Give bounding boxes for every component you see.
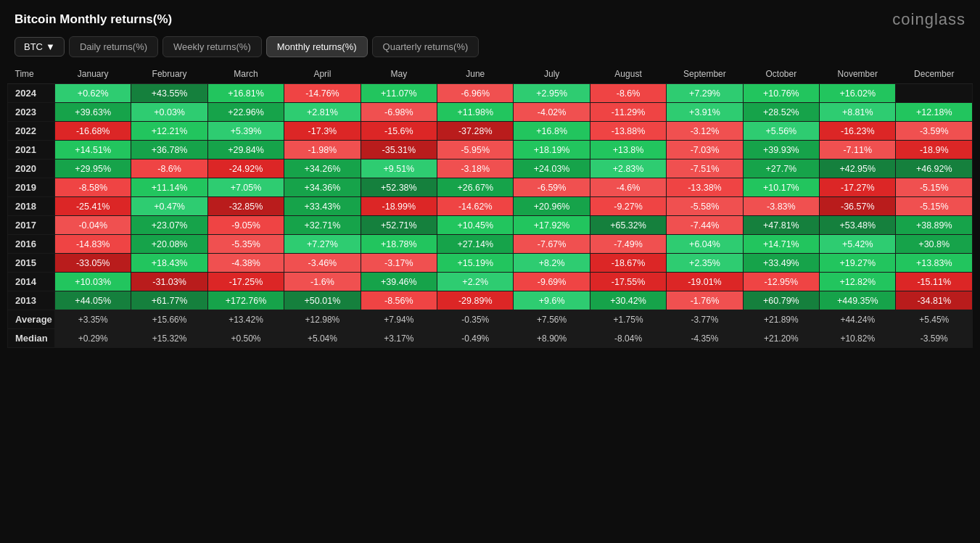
value-cell: -1.76% <box>667 291 743 310</box>
value-cell: +29.95% <box>55 159 131 178</box>
average-value: +15.66% <box>131 310 207 329</box>
median-value: -8.04% <box>590 329 666 348</box>
value-cell: -6.59% <box>514 178 590 197</box>
page-header: Bitcoin Monthly returns(%) coinglass <box>0 0 980 36</box>
table-row: 2024+0.62%+43.55%+16.81%-14.76%+11.07%-6… <box>8 84 973 103</box>
average-value: +12.98% <box>284 310 361 329</box>
year-cell: 2023 <box>8 103 55 122</box>
table-row: 2020+29.95%-8.6%-24.92%+34.26%+9.51%-3.1… <box>8 159 973 178</box>
brand-logo: coinglass <box>892 10 965 29</box>
tab-quarterly[interactable]: Quarterly returns(%) <box>372 36 479 57</box>
value-cell: +0.62% <box>55 84 131 103</box>
value-cell: -16.68% <box>55 122 131 141</box>
value-cell: +18.19% <box>514 141 590 159</box>
value-cell: -7.11% <box>820 141 896 159</box>
value-cell: -18.99% <box>361 197 437 216</box>
year-cell: 2018 <box>8 197 55 216</box>
value-cell: -15.6% <box>361 122 437 141</box>
value-cell: +9.6% <box>514 291 590 310</box>
value-cell: +30.42% <box>590 291 666 310</box>
value-cell: -5.35% <box>207 235 284 254</box>
value-cell: +8.81% <box>820 103 896 122</box>
col-jan: January <box>55 65 131 84</box>
value-cell: +53.48% <box>820 216 896 235</box>
tab-monthly[interactable]: Monthly returns(%) <box>266 36 368 57</box>
value-cell: +7.27% <box>284 235 361 254</box>
average-row: Average+3.35%+15.66%+13.42%+12.98%+7.94%… <box>8 310 973 329</box>
average-value: +5.45% <box>896 310 973 329</box>
col-aug: August <box>590 65 666 84</box>
value-cell: +52.71% <box>361 216 437 235</box>
average-value: +7.94% <box>361 310 437 329</box>
value-cell: +18.78% <box>361 235 437 254</box>
value-cell: +10.45% <box>437 216 514 235</box>
value-cell: +18.43% <box>131 254 207 273</box>
col-jun: June <box>437 65 514 84</box>
value-cell: +27.7% <box>743 159 819 178</box>
value-cell: +34.26% <box>284 159 361 178</box>
value-cell: -8.58% <box>55 178 131 197</box>
value-cell: -7.67% <box>514 235 590 254</box>
value-cell: +5.42% <box>820 235 896 254</box>
value-cell: -6.96% <box>437 84 514 103</box>
median-value: +10.82% <box>820 329 896 348</box>
table-row: 2015-33.05%+18.43%-4.38%-3.46%-3.17%+15.… <box>8 254 973 273</box>
chevron-down-icon: ▼ <box>46 41 55 52</box>
median-value: -4.35% <box>667 329 743 348</box>
tab-weekly[interactable]: Weekly returns(%) <box>162 36 262 57</box>
value-cell: +23.07% <box>131 216 207 235</box>
average-value: +13.42% <box>207 310 284 329</box>
value-cell: -37.28% <box>437 122 514 141</box>
value-cell: -13.38% <box>667 178 743 197</box>
value-cell: -5.95% <box>437 141 514 159</box>
asset-selector[interactable]: BTC ▼ <box>15 37 65 57</box>
value-cell: +36.78% <box>131 141 207 159</box>
value-cell: -19.01% <box>667 273 743 291</box>
value-cell: +29.84% <box>207 141 284 159</box>
value-cell: +39.46% <box>361 273 437 291</box>
average-value: +3.35% <box>55 310 131 329</box>
value-cell: -36.57% <box>820 197 896 216</box>
value-cell: -32.85% <box>207 197 284 216</box>
value-cell: -33.05% <box>55 254 131 273</box>
value-cell: -3.46% <box>284 254 361 273</box>
value-cell: +16.02% <box>820 84 896 103</box>
value-cell: +27.14% <box>437 235 514 254</box>
value-cell: -4.02% <box>514 103 590 122</box>
average-value: -0.35% <box>437 310 514 329</box>
value-cell: +50.01% <box>284 291 361 310</box>
value-cell: -9.05% <box>207 216 284 235</box>
median-label: Median <box>8 329 55 348</box>
col-oct: October <box>743 65 819 84</box>
value-cell: +14.71% <box>743 235 819 254</box>
value-cell: -18.9% <box>896 141 973 159</box>
value-cell: -5.15% <box>896 197 973 216</box>
value-cell: -35.31% <box>361 141 437 159</box>
value-cell: -12.95% <box>743 273 819 291</box>
value-cell: -9.69% <box>514 273 590 291</box>
value-cell: +43.55% <box>131 84 207 103</box>
tab-daily[interactable]: Daily returns(%) <box>69 36 158 57</box>
col-may: May <box>361 65 437 84</box>
value-cell: +52.38% <box>361 178 437 197</box>
value-cell: -0.04% <box>55 216 131 235</box>
year-cell: 2022 <box>8 122 55 141</box>
value-cell: +24.03% <box>514 159 590 178</box>
value-cell: -7.51% <box>667 159 743 178</box>
value-cell: -5.15% <box>896 178 973 197</box>
median-value: +15.32% <box>131 329 207 348</box>
col-jul: July <box>514 65 590 84</box>
value-cell: +33.49% <box>743 254 819 273</box>
value-cell: -29.89% <box>437 291 514 310</box>
value-cell: +39.93% <box>743 141 819 159</box>
value-cell: -16.23% <box>820 122 896 141</box>
value-cell: +20.08% <box>131 235 207 254</box>
value-cell: +16.81% <box>207 84 284 103</box>
value-cell: +39.63% <box>55 103 131 122</box>
value-cell: +34.36% <box>284 178 361 197</box>
value-cell: -8.56% <box>361 291 437 310</box>
value-cell: +26.67% <box>437 178 514 197</box>
value-cell: +7.29% <box>667 84 743 103</box>
value-cell: -3.17% <box>361 254 437 273</box>
median-value: +0.50% <box>207 329 284 348</box>
